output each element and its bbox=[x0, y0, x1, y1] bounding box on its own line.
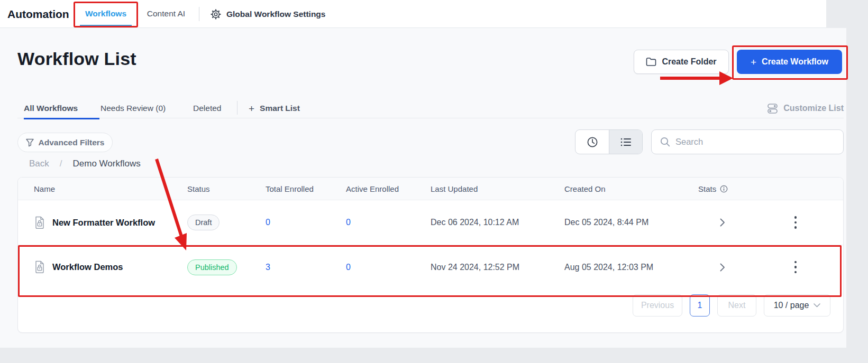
breadcrumb-separator: / bbox=[60, 159, 62, 169]
tab-needs-review-label: Needs Review (0) bbox=[100, 104, 166, 113]
folder-icon bbox=[646, 57, 656, 67]
workflow-name-cell: New Formatter Workflow bbox=[18, 216, 187, 229]
table-row-new-formatter-workflow[interactable]: New Formatter Workflow Draft 0 0 Dec 06 … bbox=[18, 200, 843, 245]
stats-expand-cell bbox=[698, 218, 747, 227]
recent-view-button[interactable] bbox=[575, 130, 609, 154]
status-badge-draft: Draft bbox=[187, 215, 220, 230]
status-cell: Draft bbox=[187, 215, 266, 230]
column-header-last-updated: Last Updated bbox=[431, 184, 564, 193]
top-navigation-bar: Automation Workflows Content AI bbox=[0, 0, 826, 28]
list-view-icon bbox=[620, 137, 632, 147]
file-lock-icon bbox=[34, 260, 45, 274]
column-header-created-on: Created On bbox=[564, 184, 698, 193]
tab-all-workflows[interactable]: All Workflows bbox=[24, 98, 78, 118]
tabs-divider bbox=[237, 101, 237, 115]
column-header-status: Status bbox=[187, 184, 266, 193]
workflow-table-card: Name Status Total Enrolled Active Enroll… bbox=[17, 177, 844, 333]
kebab-menu-icon[interactable] bbox=[791, 213, 800, 232]
status-badge-published: Published bbox=[187, 259, 237, 275]
last-updated-cell: Dec 06 2024, 10:12 AM bbox=[431, 218, 564, 227]
previous-page-button[interactable]: Previous bbox=[633, 294, 682, 317]
breadcrumb-back-link[interactable]: Back bbox=[29, 159, 49, 169]
chevron-right-icon[interactable] bbox=[720, 218, 725, 227]
view-toggle bbox=[575, 129, 643, 154]
last-updated-cell: Nov 24 2024, 12:52 PM bbox=[431, 263, 564, 272]
topnav-tab-workflows-label: Workflows bbox=[85, 9, 126, 18]
active-enrolled-cell: 0 bbox=[346, 218, 431, 227]
tab-all-workflows-label: All Workflows bbox=[24, 104, 78, 113]
advanced-filters-button[interactable]: Advanced Filters bbox=[17, 133, 113, 152]
total-enrolled-cell: 0 bbox=[266, 218, 346, 227]
smart-list-label: Smart List bbox=[260, 104, 300, 113]
clock-icon bbox=[587, 136, 598, 148]
total-enrolled-cell: 3 bbox=[266, 263, 346, 272]
topnav-tab-content-ai-label: Content AI bbox=[147, 9, 185, 18]
info-icon[interactable] bbox=[720, 185, 728, 193]
row-actions-cell bbox=[747, 213, 844, 232]
topnav-tab-workflows[interactable]: Workflows bbox=[74, 0, 138, 27]
app-title: Automation bbox=[7, 0, 69, 28]
created-on-cell: Dec 05 2024, 8:44 PM bbox=[564, 218, 698, 227]
pagination: Previous 1 Next 10 / page bbox=[633, 294, 830, 317]
workflow-name-cell: Workflow Demos bbox=[18, 260, 187, 274]
topnav-tab-content-ai[interactable]: Content AI bbox=[142, 0, 190, 27]
row-actions-cell bbox=[747, 258, 844, 277]
smart-list-button[interactable]: + Smart List bbox=[249, 98, 300, 118]
create-folder-button[interactable]: Create Folder bbox=[634, 50, 729, 74]
column-header-stats: Stats bbox=[698, 184, 747, 193]
search-box bbox=[651, 129, 844, 154]
tab-needs-review[interactable]: Needs Review (0) bbox=[100, 98, 166, 118]
search-icon bbox=[660, 137, 670, 147]
plus-icon: + bbox=[751, 57, 756, 67]
customize-list-label: Customize List bbox=[783, 104, 844, 113]
stats-expand-cell bbox=[698, 263, 747, 272]
page-size-value: 10 / page bbox=[774, 301, 809, 310]
create-workflow-label: Create Workflow bbox=[762, 57, 828, 67]
advanced-filters-label: Advanced Filters bbox=[39, 138, 105, 147]
current-page-button[interactable]: 1 bbox=[690, 294, 710, 317]
workflows-active-underline bbox=[80, 25, 132, 26]
active-enrolled-link[interactable]: 0 bbox=[346, 263, 351, 272]
table-header-row: Name Status Total Enrolled Active Enroll… bbox=[18, 178, 843, 200]
column-header-stats-label: Stats bbox=[698, 184, 716, 193]
create-folder-label: Create Folder bbox=[662, 57, 716, 67]
workflow-name[interactable]: New Formatter Workflow bbox=[52, 218, 155, 228]
create-workflow-button[interactable]: + Create Workflow bbox=[737, 50, 842, 74]
page-size-select[interactable]: 10 / page bbox=[764, 294, 830, 317]
column-header-total-enrolled: Total Enrolled bbox=[266, 184, 346, 193]
total-enrolled-link[interactable]: 0 bbox=[266, 218, 270, 227]
next-page-button[interactable]: Next bbox=[717, 294, 756, 317]
page-title: Workflow List bbox=[17, 49, 136, 69]
funnel-icon bbox=[26, 138, 34, 147]
plus-icon: + bbox=[249, 104, 254, 114]
global-workflow-settings-link[interactable]: Global Workflow Settings bbox=[211, 0, 325, 28]
chevron-right-icon[interactable] bbox=[720, 263, 725, 272]
customize-list-button[interactable]: Customize List bbox=[767, 98, 844, 118]
created-on-cell: Aug 05 2024, 12:03 PM bbox=[564, 263, 698, 272]
status-cell: Published bbox=[187, 259, 266, 275]
gear-icon bbox=[211, 9, 221, 20]
chevron-down-icon bbox=[814, 303, 820, 308]
column-header-active-enrolled: Active Enrolled bbox=[346, 184, 431, 193]
list-view-button[interactable] bbox=[609, 130, 642, 154]
column-header-name: Name bbox=[18, 184, 187, 193]
breadcrumb: Back / Demo Workflows bbox=[29, 156, 141, 171]
workflow-list-tabs: All Workflows Needs Review (0) Deleted +… bbox=[17, 98, 844, 118]
search-input[interactable] bbox=[675, 137, 835, 147]
tab-deleted[interactable]: Deleted bbox=[193, 98, 221, 118]
active-enrolled-cell: 0 bbox=[346, 263, 431, 272]
global-workflow-settings-label: Global Workflow Settings bbox=[226, 10, 325, 19]
tab-deleted-label: Deleted bbox=[193, 104, 221, 113]
table-row-workflow-demos[interactable]: Workflow Demos Published 3 0 Nov 24 2024… bbox=[18, 245, 843, 289]
kebab-menu-icon[interactable] bbox=[791, 258, 800, 277]
breadcrumb-current-folder: Demo Workflows bbox=[73, 159, 141, 169]
topnav-divider bbox=[199, 7, 199, 21]
active-enrolled-link[interactable]: 0 bbox=[346, 218, 351, 227]
workflow-name[interactable]: Workflow Demos bbox=[52, 262, 123, 272]
file-lock-icon bbox=[34, 216, 45, 229]
total-enrolled-link[interactable]: 3 bbox=[266, 263, 270, 272]
all-workflows-active-underline bbox=[24, 118, 99, 119]
sliders-icon bbox=[767, 103, 778, 114]
